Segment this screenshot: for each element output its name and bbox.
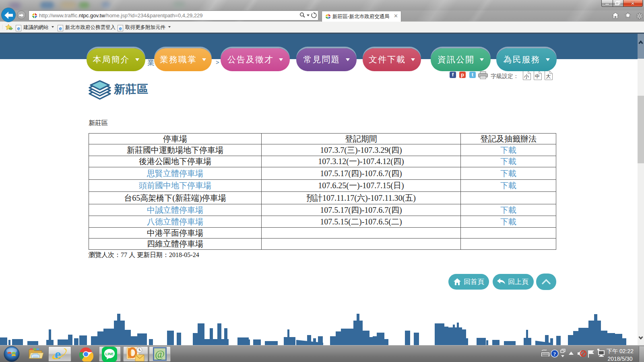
svg-text:e: e [55,347,61,362]
svg-text:LINE: LINE [105,352,114,356]
svg-text:?: ? [553,351,556,357]
svg-text:@: @ [155,348,165,360]
